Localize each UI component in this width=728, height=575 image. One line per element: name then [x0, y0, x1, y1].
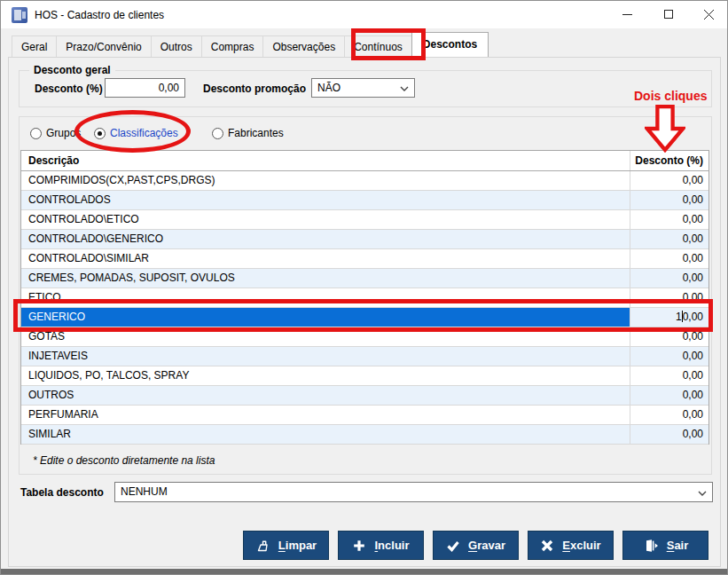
- tabela-desconto-value: NENHUM: [121, 485, 168, 498]
- title-bar: HOS - Cadastro de clientes: [1, 1, 727, 28]
- desconto-geral-legend: Desconto geral: [29, 64, 115, 76]
- minimize-button[interactable]: [607, 1, 647, 28]
- check-icon: [446, 539, 460, 553]
- tab-prazo-convenio[interactable]: Prazo/Convênio: [56, 35, 151, 57]
- cell-desconto[interactable]: 0,00: [630, 406, 708, 424]
- cell-desconto[interactable]: 0,00: [630, 210, 708, 229]
- desconto-promocao-label: Desconto promoção: [203, 83, 306, 95]
- cell-desconto[interactable]: 0,00: [630, 249, 708, 268]
- table-row[interactable]: GENERICO10,00: [21, 308, 708, 327]
- tab-outros[interactable]: Outros: [151, 35, 202, 57]
- descontos-table: Descrição Desconto (%) COMPRIMIDOS(CX,PA…: [20, 150, 709, 445]
- table-row[interactable]: GOTAS0,00: [21, 327, 708, 347]
- cell-descricao[interactable]: CONTROLADO\SIMILAR: [21, 249, 630, 268]
- table-row[interactable]: ETICO0,00: [21, 288, 708, 308]
- cell-descricao[interactable]: OUTROS: [21, 386, 630, 405]
- cell-desconto[interactable]: 0,00: [630, 386, 708, 405]
- chevron-down-icon: [400, 86, 409, 91]
- close-icon: [704, 10, 714, 20]
- desconto-percent-label: Desconto (%): [35, 83, 103, 95]
- tab-continuos[interactable]: Contínuos: [344, 35, 412, 57]
- radio-grupos-label: Grupos: [46, 127, 81, 139]
- tab-descontos[interactable]: Descontos: [411, 32, 489, 57]
- cell-descricao[interactable]: GOTAS: [21, 327, 630, 346]
- tabela-desconto-label: Tabela desconto: [20, 486, 104, 499]
- cell-descricao[interactable]: LIQUIDOS, PO, TALCOS, SPRAY: [21, 366, 630, 385]
- cell-descricao[interactable]: COMPRIMIDOS(CX,PAST,CPS,DRGS): [21, 171, 630, 190]
- header-descricao[interactable]: Descrição: [21, 151, 630, 170]
- chevron-down-icon: [698, 491, 707, 496]
- table-row[interactable]: PERFUMARIA0,00: [21, 406, 708, 425]
- excluir-button[interactable]: Excluir: [528, 531, 614, 560]
- table-row[interactable]: CONTROLADO\GENERICO0,00: [21, 230, 708, 249]
- cell-desconto[interactable]: 0,00: [630, 191, 708, 209]
- desconto-percent-input[interactable]: 0,00: [105, 78, 185, 98]
- radio-classificacoes[interactable]: Classificações: [94, 127, 178, 139]
- table-row[interactable]: INJETAVEIS0,00: [21, 347, 708, 366]
- cell-descricao[interactable]: INJETAVEIS: [21, 347, 630, 366]
- cell-descricao[interactable]: GENERICO: [21, 308, 630, 327]
- cell-desconto[interactable]: 0,00: [630, 171, 708, 190]
- broom-icon: [255, 539, 270, 553]
- header-desconto[interactable]: Desconto (%): [630, 151, 708, 170]
- maximize-button[interactable]: [648, 1, 688, 28]
- cell-descricao[interactable]: ETICO: [21, 288, 630, 307]
- cell-desconto[interactable]: 0,00: [630, 230, 708, 248]
- cell-desconto[interactable]: 0,00: [630, 269, 708, 288]
- table-body: COMPRIMIDOS(CX,PAST,CPS,DRGS)0,00CONTROL…: [21, 171, 708, 445]
- radio-fabricantes-label: Fabricantes: [228, 127, 284, 139]
- table-row[interactable]: COMPRIMIDOS(CX,PAST,CPS,DRGS)0,00: [21, 171, 708, 191]
- cell-desconto[interactable]: 0,00: [630, 327, 708, 346]
- radio-circle-icon: [30, 128, 42, 139]
- limpar-button[interactable]: Limpar: [243, 531, 329, 560]
- desconto-promocao-value: NÃO: [317, 82, 341, 94]
- sair-button[interactable]: Sair: [622, 531, 708, 560]
- radio-circle-icon: [212, 128, 223, 139]
- table-row[interactable]: CONTROLADOS0,00: [21, 191, 708, 210]
- radio-checked-icon: [94, 128, 106, 139]
- table-header-row: Descrição Desconto (%): [21, 151, 708, 171]
- table-row[interactable]: CONTROLADO\SIMILAR0,00: [21, 249, 708, 269]
- cell-descricao[interactable]: CONTROLADO\GENERICO: [21, 230, 630, 248]
- tab-geral[interactable]: Geral: [12, 35, 57, 57]
- cell-desconto[interactable]: 0,00: [630, 366, 708, 385]
- exit-door-icon: [643, 539, 659, 553]
- edit-list-note: * Edite o desconto diretamente na lista: [33, 454, 215, 467]
- tab-strip: GeralPrazo/ConvênioOutrosComprasObservaç…: [12, 35, 488, 57]
- background-window-strip: [1, 569, 727, 575]
- table-row[interactable]: CONTROLADO\ETICO0,00: [21, 210, 708, 230]
- text-caret: [682, 311, 683, 322]
- table-row[interactable]: OUTROS0,00: [21, 386, 708, 406]
- radio-classificacoes-label: Classificações: [110, 127, 178, 139]
- table-row[interactable]: CREMES, POMADAS, SUPOSIT, OVULOS0,00: [21, 269, 708, 288]
- table-row[interactable]: SIMILAR0,00: [21, 425, 708, 445]
- x-icon: [540, 539, 554, 553]
- maximize-icon: [664, 10, 673, 19]
- cell-descricao[interactable]: CONTROLADO\ETICO: [21, 210, 630, 229]
- gravar-button[interactable]: Gravar: [433, 531, 519, 560]
- cell-desconto[interactable]: 0,00: [630, 288, 708, 307]
- incluir-button[interactable]: Incluir: [338, 531, 424, 560]
- app-icon: [12, 7, 27, 23]
- window-title: HOS - Cadastro de clientes: [35, 9, 164, 21]
- plus-icon: [352, 539, 366, 553]
- table-row[interactable]: LIQUIDOS, PO, TALCOS, SPRAY0,00: [21, 366, 708, 386]
- cell-desconto[interactable]: 0,00: [630, 425, 708, 444]
- cell-desconto[interactable]: 0,00: [630, 347, 708, 366]
- tabela-desconto-select[interactable]: NENHUM: [114, 482, 713, 502]
- cadastro-clientes-window: HOS - Cadastro de clientes GeralPrazo/Co…: [0, 0, 728, 575]
- cell-descricao[interactable]: PERFUMARIA: [21, 406, 630, 424]
- tab-compras[interactable]: Compras: [201, 35, 264, 57]
- radio-grupos[interactable]: Grupos: [30, 127, 81, 139]
- cell-descricao[interactable]: CREMES, POMADAS, SUPOSIT, OVULOS: [21, 269, 630, 288]
- minimize-icon: [622, 10, 632, 20]
- close-button[interactable]: [689, 1, 728, 28]
- tab-observacoes[interactable]: Observações: [262, 35, 345, 57]
- cell-descricao[interactable]: SIMILAR: [21, 425, 630, 444]
- cell-desconto[interactable]: 10,00: [630, 308, 708, 327]
- desconto-promocao-select[interactable]: NÃO: [311, 78, 415, 98]
- cell-descricao[interactable]: CONTROLADOS: [21, 191, 630, 209]
- radio-fabricantes[interactable]: Fabricantes: [212, 127, 284, 139]
